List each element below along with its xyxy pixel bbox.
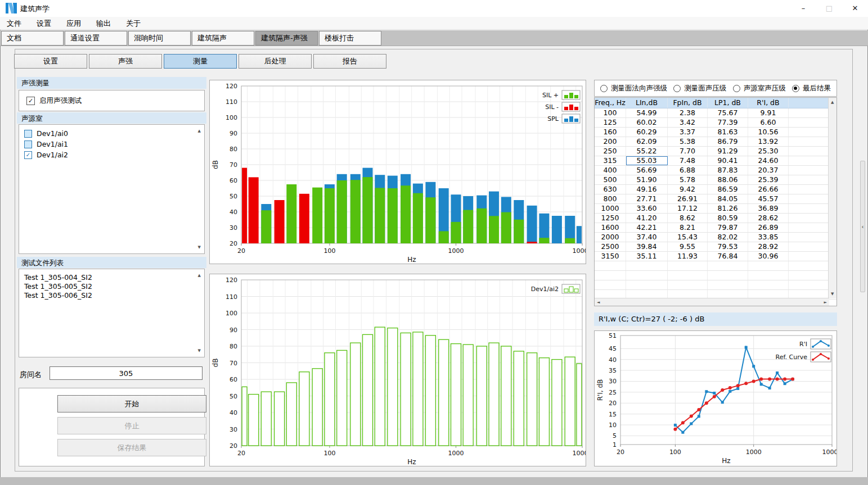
table-cell[interactable]: 41.20 bbox=[626, 214, 668, 223]
scroll-left-icon[interactable]: ◄ bbox=[597, 300, 600, 305]
channel-checkbox[interactable] bbox=[24, 140, 32, 148]
table-cell[interactable]: 60.02 bbox=[626, 118, 668, 127]
table-cell[interactable]: 400 bbox=[595, 166, 626, 175]
table-cell[interactable]: 30.96 bbox=[748, 252, 789, 261]
enable-intensity-checkbox[interactable]: ✓ bbox=[26, 97, 35, 105]
column-header[interactable]: R'I, dB bbox=[748, 98, 789, 108]
scroll-down-icon[interactable]: ▼ bbox=[198, 348, 201, 353]
table-cell[interactable] bbox=[626, 271, 668, 280]
table-cell[interactable]: 90.41 bbox=[708, 156, 748, 165]
column-header[interactable] bbox=[789, 98, 829, 108]
source-room-item[interactable]: ✓Dev1/ai2 bbox=[19, 149, 204, 160]
table-cell[interactable] bbox=[789, 233, 829, 242]
table-cell[interactable]: 5.38 bbox=[668, 137, 708, 146]
table-cell[interactable]: 13.92 bbox=[748, 137, 789, 146]
menu-item-输出[interactable]: 输出 bbox=[96, 17, 111, 30]
table-cell[interactable]: 9.55 bbox=[668, 242, 708, 251]
table-cell[interactable] bbox=[789, 156, 829, 165]
table-cell[interactable]: 630 bbox=[595, 185, 626, 194]
table-cell[interactable] bbox=[789, 223, 829, 232]
table-cell[interactable] bbox=[789, 147, 829, 156]
table-cell[interactable] bbox=[789, 261, 829, 270]
table-cell[interactable] bbox=[789, 194, 829, 203]
table-horizontal-scrollbar[interactable]: ◄ ► bbox=[595, 298, 829, 306]
table-cell[interactable]: 81.26 bbox=[708, 204, 748, 213]
tab-文档[interactable]: 文档 bbox=[1, 31, 64, 46]
table-cell[interactable]: 3.37 bbox=[668, 128, 708, 137]
table-cell[interactable]: 45.57 bbox=[748, 194, 789, 203]
column-header[interactable]: Freq., Hz bbox=[595, 98, 626, 108]
table-cell[interactable]: 15.43 bbox=[668, 233, 708, 242]
table-cell[interactable]: 49.16 bbox=[626, 185, 668, 194]
room-name-input[interactable] bbox=[50, 366, 203, 380]
table-cell[interactable]: 36.89 bbox=[748, 204, 789, 213]
minimize-button[interactable]: – bbox=[790, 0, 816, 17]
table-cell[interactable]: 160 bbox=[595, 128, 626, 137]
table-cell[interactable]: 1250 bbox=[595, 214, 626, 223]
table-cell[interactable] bbox=[626, 261, 668, 270]
scroll-up-icon[interactable]: ▲ bbox=[198, 129, 201, 133]
table-cell[interactable]: 39.84 bbox=[626, 242, 668, 251]
table-cell[interactable] bbox=[789, 214, 829, 223]
table-cell[interactable]: 9.91 bbox=[748, 108, 789, 117]
subtab-后处理[interactable]: 后处理 bbox=[239, 54, 312, 69]
subtab-声强[interactable]: 声强 bbox=[89, 54, 162, 69]
table-cell[interactable]: 42.21 bbox=[626, 223, 668, 232]
tab-混响时间[interactable]: 混响时间 bbox=[128, 31, 191, 46]
source-room-item[interactable]: Dev1/ai1 bbox=[19, 139, 204, 149]
tab-通道设置[interactable]: 通道设置 bbox=[65, 31, 127, 46]
table-cell[interactable]: 2000 bbox=[595, 233, 626, 242]
table-cell[interactable]: 1000 bbox=[595, 204, 626, 213]
close-button[interactable]: ✕ bbox=[842, 0, 868, 17]
table-cell[interactable]: 51.90 bbox=[626, 175, 668, 184]
table-cell[interactable]: 55.22 bbox=[626, 147, 668, 156]
table-cell[interactable]: 75.67 bbox=[708, 108, 748, 117]
menu-item-关于[interactable]: 关于 bbox=[126, 17, 141, 30]
channel-checkbox[interactable] bbox=[24, 130, 32, 138]
table-cell[interactable] bbox=[789, 242, 829, 251]
table-cell[interactable] bbox=[789, 128, 829, 137]
table-cell[interactable] bbox=[789, 204, 829, 213]
table-cell[interactable]: 8.62 bbox=[668, 214, 708, 223]
table-cell[interactable]: 6.88 bbox=[668, 166, 708, 175]
table-cell[interactable] bbox=[748, 271, 789, 280]
tab-建筑隔声[interactable]: 建筑隔声 bbox=[192, 31, 254, 46]
table-cell[interactable] bbox=[668, 280, 708, 289]
table-cell[interactable]: 55.03 bbox=[626, 156, 668, 165]
table-cell[interactable]: 25.39 bbox=[748, 175, 789, 184]
test-file-item[interactable]: Test 1_305-005_SI2 bbox=[19, 282, 204, 291]
channel-checkbox[interactable]: ✓ bbox=[24, 151, 32, 159]
table-cell[interactable]: 125 bbox=[595, 118, 626, 127]
table-cell[interactable]: 20.37 bbox=[748, 166, 789, 175]
test-file-item[interactable]: Test 1_305-004_SI2 bbox=[19, 273, 204, 282]
start-button[interactable]: 开始 bbox=[57, 395, 206, 413]
table-cell[interactable]: 37.40 bbox=[626, 233, 668, 242]
save-results-button[interactable]: 保存结果 bbox=[57, 439, 206, 456]
table-cell[interactable]: 3.42 bbox=[668, 118, 708, 127]
table-cell[interactable]: 91.29 bbox=[708, 147, 748, 156]
table-cell[interactable] bbox=[595, 271, 626, 280]
table-cell[interactable]: 2500 bbox=[595, 242, 626, 251]
table-cell[interactable]: 200 bbox=[595, 137, 626, 146]
column-header[interactable]: LP1, dB bbox=[708, 98, 748, 108]
radio-button[interactable] bbox=[792, 85, 799, 92]
table-cell[interactable]: 35.11 bbox=[626, 252, 668, 261]
table-cell[interactable]: 28.92 bbox=[748, 242, 789, 251]
table-cell[interactable] bbox=[708, 261, 748, 270]
menu-item-文件[interactable]: 文件 bbox=[7, 17, 21, 30]
table-cell[interactable] bbox=[626, 280, 668, 289]
table-cell[interactable]: 10.56 bbox=[748, 128, 789, 137]
table-cell[interactable]: 17.12 bbox=[668, 204, 708, 213]
table-cell[interactable]: 81.63 bbox=[708, 128, 748, 137]
menu-item-设置[interactable]: 设置 bbox=[37, 17, 51, 30]
source-room-item[interactable]: Dev1/ai0 bbox=[19, 128, 204, 139]
table-cell[interactable]: 1600 bbox=[595, 223, 626, 232]
table-cell[interactable]: 87.83 bbox=[708, 166, 748, 175]
table-cell[interactable]: 79.87 bbox=[708, 223, 748, 232]
table-cell[interactable] bbox=[748, 261, 789, 270]
scroll-up-icon[interactable]: ▲ bbox=[831, 100, 834, 105]
table-cell[interactable]: 27.71 bbox=[626, 194, 668, 203]
table-cell[interactable]: 8.21 bbox=[668, 223, 708, 232]
table-cell[interactable] bbox=[789, 137, 829, 146]
table-cell[interactable] bbox=[789, 108, 829, 117]
